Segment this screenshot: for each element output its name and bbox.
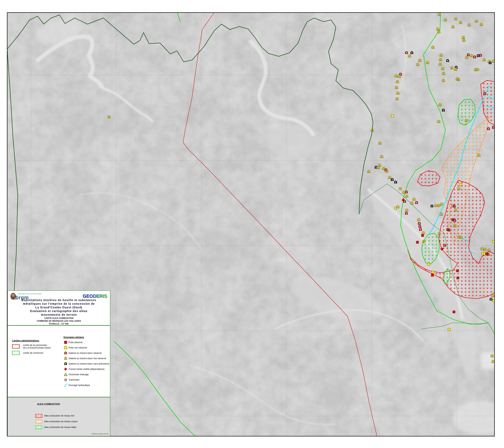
shaft-non-observed-marker	[448, 328, 450, 331]
gallery-non-observed-marker: Ω	[396, 80, 399, 84]
gallery-non-observed-marker: Ω	[438, 13, 441, 17]
gallery-observed-marker: Ω	[403, 199, 406, 203]
gallery-observed-marker: Ω	[405, 211, 408, 215]
gallery-unknown-marker: Ω	[446, 59, 449, 63]
trench-icon	[64, 378, 68, 382]
gallery-non-observed-marker: Ω	[484, 247, 486, 251]
legend-ouvrage-label: Puits observé	[69, 341, 83, 344]
legend-ouvrage-label: Puits non observé	[69, 346, 87, 349]
gallery-non-observed-marker: Ω	[487, 248, 490, 252]
gallery-observed-marker: Ω	[487, 127, 490, 131]
gallery-non-observed-marker: Ω	[439, 58, 442, 62]
square-icon	[64, 346, 68, 350]
legend-limites-header: Limites administratives	[12, 339, 39, 342]
gallery-non-observed-marker: Ω	[459, 20, 462, 25]
gallery-non-observed-marker: Ω	[456, 77, 459, 81]
square-icon	[64, 340, 68, 344]
gallery-non-observed-marker: Ω	[398, 74, 401, 78]
gallery-non-observed-marker: Ω	[462, 38, 465, 42]
shaft-observed-marker	[431, 274, 434, 276]
map-title: Exploitations minières de houille et sub…	[8, 298, 110, 317]
gallery-non-observed-marker: Ω	[108, 115, 110, 119]
subtitle-line: CARTE ALEA COMBUSTION	[8, 317, 110, 320]
legend-ouvrage-label: Galerie ou travers-banc observé	[69, 352, 102, 354]
legend-panel: Limites administratives Limite de la con…	[7, 325, 110, 397]
gallery-non-observed-marker: Ω	[434, 204, 437, 208]
gallery-non-observed-marker: Ω	[426, 61, 429, 65]
legend-ouvrages-header: Ouvrages miniers	[63, 336, 84, 339]
subtitle-line: ECHELLE : 1/7 000	[8, 322, 110, 325]
gallery-non-observed-marker: Ω	[422, 239, 425, 244]
gallery-non-observed-marker: Ω	[440, 53, 443, 57]
gallery-observed-marker: Ω	[405, 51, 408, 55]
shaft-non-observed-marker	[459, 183, 462, 186]
gallery-non-observed-marker: Ω	[399, 187, 402, 191]
horseshoe-icon: Ω	[64, 351, 68, 355]
gallery-non-observed-marker: Ω	[457, 187, 460, 191]
gallery-non-observed-marker: Ω	[465, 55, 468, 59]
svg-text:Ω: Ω	[64, 362, 67, 366]
line-icon	[64, 383, 68, 387]
gallery-observed-marker: Ω	[483, 91, 486, 96]
shaft-observed-marker	[421, 234, 424, 237]
gallery-non-observed-marker: Ω	[475, 19, 478, 23]
gallery-non-observed-marker: Ω	[405, 194, 408, 198]
legend-ouvrage-item: Tranchées	[63, 377, 109, 382]
gallery-non-observed-marker: Ω	[371, 128, 374, 132]
alea-label: Aléa combustion de niveau fort	[44, 414, 74, 417]
gallery-non-observed-marker: Ω	[396, 205, 399, 209]
diamond-icon	[64, 367, 68, 371]
gallery-non-observed-marker: Ω	[451, 25, 454, 29]
legend-ouvrage-label: Galerie ou travers-banc non observé	[69, 357, 106, 360]
alea-header: ALEA COMBUSTION	[37, 403, 60, 405]
gallery-non-observed-marker: Ω	[442, 72, 445, 75]
legend-ouvrage-item: Ouvrage hydraulique	[63, 382, 109, 388]
map-canvas: ΩΩΩΩΩΩΩΩΩΩΩΩΩΩΩΩΩΩΩΩΩΩΩΩΩΩΩΩΩΩΩΩΩΩΩΩΩΩΩΩ…	[7, 13, 494, 436]
gallery-non-observed-marker: Ω	[440, 212, 443, 216]
shaft-non-observed-marker	[432, 271, 434, 273]
legend-limites-label: Limite de la concessionde La Grand'Combe…	[23, 344, 51, 349]
brgm-tagline: Géosciences pour une terre durable	[18, 293, 41, 295]
gallery-non-observed-marker: Ω	[481, 247, 484, 251]
legend-ouvrages-miniers: Ouvrages miniers Puits observéPuits non …	[63, 336, 109, 388]
gallery-non-observed-marker: Ω	[450, 66, 453, 70]
title-panel: brgm Géosciences pour une terre durable …	[7, 290, 110, 325]
gallery-non-observed-marker: Ω	[468, 23, 471, 27]
gallery-observed-marker: Ω	[479, 53, 482, 57]
gallery-unknown-marker: Ω	[431, 204, 433, 208]
alea-label: Aléa combustion de niveau moyen	[44, 420, 78, 423]
boundary-swatch	[12, 344, 19, 349]
gallery-observed-marker: Ω	[453, 218, 456, 222]
gallery-non-observed-marker: Ω	[492, 59, 494, 63]
gallery-observed-marker: Ω	[448, 228, 450, 232]
gallery-non-observed-marker: Ω	[491, 354, 494, 358]
gallery-non-observed-marker: Ω	[395, 74, 397, 78]
gallery-non-observed-marker: Ω	[410, 201, 413, 205]
hatch-swatch-icon	[36, 414, 42, 417]
gallery-observed-marker: Ω	[405, 190, 408, 194]
gallery-observed-marker: Ω	[453, 204, 456, 208]
gallery-non-observed-marker: Ω	[441, 67, 444, 71]
gallery-non-observed-marker: Ω	[408, 54, 411, 58]
gallery-non-observed-marker: Ω	[476, 68, 479, 72]
legend-ouvrage-label: Ouvrage hydraulique	[69, 384, 90, 387]
shaft-non-observed-marker	[492, 240, 494, 243]
map-subtitle: CARTE ALEA COMBUSTION COMMUNE DE BRANOUX…	[8, 317, 110, 325]
shaft-non-observed-marker	[427, 263, 430, 265]
alea-item: Aléa combustion de niveau moyen	[36, 419, 78, 424]
boundary-swatch	[12, 351, 19, 355]
legend-ouvrage-label: Tunnel minier visible (dépendance)	[69, 368, 105, 370]
gallery-unknown-marker: Ω	[391, 178, 394, 182]
legend-ouvrage-item: Puits non observé	[63, 345, 109, 350]
gallery-observed-marker: Ω	[473, 55, 476, 59]
gallery-non-observed-marker: Ω	[454, 67, 457, 71]
triangle-icon	[64, 372, 68, 376]
gallery-non-observed-marker: Ω	[377, 166, 380, 170]
alea-label: Aléa combustion de niveau faible	[44, 426, 76, 429]
gallery-non-observed-marker: Ω	[416, 62, 419, 67]
subtitle-line: COMMUNE DE BRANOUX-LES-TAILLADES	[8, 320, 110, 322]
gallery-non-observed-marker: Ω	[460, 235, 463, 239]
title-line: Evaluation et cartographie des aléas	[8, 309, 110, 313]
gallery-non-observed-marker: Ω	[378, 141, 381, 145]
title-line: La Grand'Combe Ouest (Gard)	[8, 305, 110, 309]
